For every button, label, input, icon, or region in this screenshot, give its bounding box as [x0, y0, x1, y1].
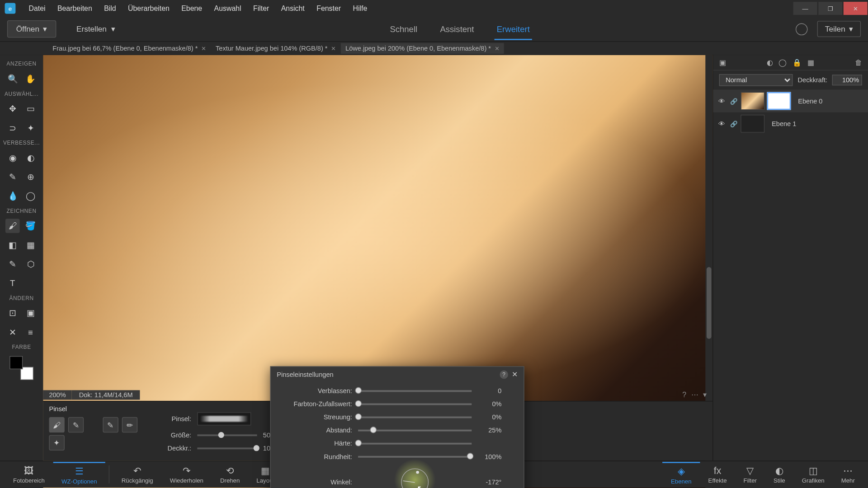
eraser-tool[interactable]: ◧ — [5, 238, 20, 252]
effects-tab[interactable]: fxEffekte — [700, 463, 735, 486]
spacing-slider[interactable] — [358, 429, 472, 431]
menu-filter[interactable]: Filter — [247, 0, 275, 16]
doc-tab[interactable]: Löwe.jpeg bei 200% (Ebene 0, Ebenenmaske… — [341, 43, 505, 54]
hardness-slider[interactable] — [358, 442, 472, 444]
crop-tool[interactable]: ⊡ — [5, 306, 20, 320]
redeye-tool[interactable]: ◉ — [5, 150, 20, 165]
roundness-slider[interactable] — [358, 455, 472, 457]
brush-mode-pattern[interactable]: ✦ — [49, 435, 64, 450]
undo-button[interactable]: ↶Rückgängig — [113, 462, 161, 486]
document-info[interactable]: Dok: 11,4M/14,6M — [72, 390, 140, 399]
menu-window[interactable]: Fenster — [311, 0, 347, 16]
filters-tab[interactable]: ▽Filter — [735, 462, 765, 486]
menu-help[interactable]: Hilfe — [347, 0, 373, 16]
photobin-button[interactable]: 🖼Fotobereich — [5, 463, 53, 486]
size-slider[interactable] — [197, 434, 257, 436]
close-icon[interactable]: ✕ — [512, 371, 518, 379]
new-layer-icon[interactable]: ▣ — [719, 58, 726, 67]
wand-tool[interactable]: ✦ — [24, 121, 38, 135]
close-icon[interactable]: ✕ — [495, 45, 500, 52]
minimize-button[interactable]: — — [793, 2, 817, 15]
doc-tab[interactable]: Frau.jpeg bei 66,7% (Ebene 0, Ebenenmask… — [48, 43, 211, 54]
content-move-tool[interactable]: ✕ — [5, 325, 20, 339]
zoom-level[interactable]: 200% — [43, 390, 72, 399]
share-button[interactable]: Teilen▾ — [817, 21, 861, 37]
adjust-icon[interactable]: ▦ — [807, 58, 814, 67]
gradient-tool[interactable]: ▦ — [24, 238, 38, 252]
close-icon[interactable]: ✕ — [201, 45, 206, 52]
brush-mode-impressionist[interactable]: ✎ — [68, 417, 84, 432]
help-icon[interactable]: ? — [500, 371, 508, 379]
more-icon[interactable]: ⋯ — [691, 391, 698, 399]
brush-mode-pencil[interactable]: ✏ — [122, 417, 137, 432]
menu-image[interactable]: Bild — [98, 0, 122, 16]
layer-thumbnail[interactable] — [741, 115, 764, 133]
smart-brush-tool[interactable]: ✎ — [5, 170, 20, 184]
hand-tool[interactable]: ✋ — [24, 72, 38, 86]
mode-expert[interactable]: Erweitert — [494, 18, 532, 40]
brush-tool[interactable]: 🖌 — [5, 219, 20, 233]
layer-mask-thumbnail[interactable] — [767, 92, 791, 110]
scatter-slider[interactable] — [358, 416, 472, 418]
spacing-value[interactable]: 25% — [472, 427, 501, 434]
close-icon[interactable]: ✕ — [331, 45, 336, 52]
brush-mode-color-replace[interactable]: ✎ — [103, 417, 118, 432]
layer-name[interactable]: Ebene 1 — [767, 120, 865, 127]
layer-row[interactable]: 👁 🔗 Ebene 0 — [713, 89, 868, 112]
spot-heal-tool[interactable]: ◐ — [24, 150, 38, 165]
open-button[interactable]: Öffnen▾ — [7, 20, 56, 38]
shape-tool[interactable]: ⬡ — [24, 257, 38, 272]
roundness-value[interactable]: 100% — [472, 453, 501, 460]
hue-jitter-value[interactable]: 0% — [472, 400, 501, 408]
menu-select[interactable]: Auswahl — [208, 0, 247, 16]
trash-icon[interactable]: 🗑 — [855, 58, 862, 67]
help-icon[interactable]: ? — [682, 391, 686, 399]
redo-button[interactable]: ↷Wiederholen — [161, 462, 212, 486]
mask-icon[interactable]: ◯ — [778, 58, 786, 67]
menu-layer[interactable]: Ebene — [175, 0, 208, 16]
lock-icon[interactable]: 🔒 — [793, 58, 802, 67]
visibility-icon[interactable]: 👁 — [717, 120, 726, 127]
menu-file[interactable]: Datei — [23, 0, 51, 16]
clone-tool[interactable]: ⊕ — [24, 170, 38, 184]
menu-enhance[interactable]: Überarbeiten — [122, 0, 175, 16]
layers-tab[interactable]: ◈Ebenen — [662, 462, 700, 487]
pencil-tool[interactable] — [24, 276, 38, 291]
lasso-tool[interactable]: ⊃ — [5, 121, 20, 135]
link-icon[interactable]: 🔗 — [729, 120, 738, 127]
tool-options-button[interactable]: ☰WZ-Optionen — [53, 462, 105, 487]
blur-tool[interactable]: 💧 — [5, 189, 20, 203]
maximize-button[interactable]: ❐ — [818, 2, 842, 15]
angle-value[interactable]: -172° — [472, 479, 501, 486]
menu-edit[interactable]: Bearbeiten — [52, 0, 98, 16]
marquee-tool[interactable]: ▭ — [24, 102, 38, 116]
menu-view[interactable]: Ansicht — [275, 0, 311, 16]
angle-control[interactable] — [401, 469, 429, 488]
fx-icon[interactable]: ◐ — [767, 58, 773, 67]
sponge-tool[interactable]: ◯ — [24, 189, 38, 203]
layer-opacity-input[interactable] — [832, 75, 862, 85]
close-button[interactable]: ✕ — [844, 2, 868, 15]
blend-mode-select[interactable]: Normal — [719, 74, 793, 86]
eyedropper-tool[interactable]: ✎ — [5, 257, 20, 272]
fade-slider[interactable] — [358, 390, 472, 392]
theme-icon[interactable] — [796, 23, 807, 35]
opacity-slider[interactable] — [197, 447, 257, 449]
color-swatches[interactable] — [9, 356, 33, 380]
create-button[interactable]: Erstellen▾ — [68, 21, 124, 37]
foreground-color-swatch[interactable] — [9, 356, 23, 369]
scatter-value[interactable]: 0% — [472, 413, 501, 421]
layer-row[interactable]: 👁 🔗 Ebene 1 — [713, 113, 868, 135]
brush-preset-picker[interactable] — [197, 412, 251, 425]
fade-value[interactable]: 0 — [472, 387, 501, 394]
text-tool[interactable]: T — [5, 276, 20, 291]
paint-bucket-tool[interactable]: 🪣 — [24, 219, 38, 233]
hue-jitter-slider[interactable] — [358, 403, 472, 405]
layer-thumbnail[interactable] — [741, 92, 764, 110]
zoom-tool[interactable]: 🔍 — [5, 72, 20, 86]
visibility-icon[interactable]: 👁 — [717, 98, 726, 105]
graphics-tab[interactable]: ◫Grafiken — [793, 462, 833, 486]
rotate-button[interactable]: ⟲Drehen — [212, 462, 248, 486]
recompose-tool[interactable]: ▣ — [24, 306, 38, 320]
mode-guided[interactable]: Assistent — [438, 18, 476, 40]
